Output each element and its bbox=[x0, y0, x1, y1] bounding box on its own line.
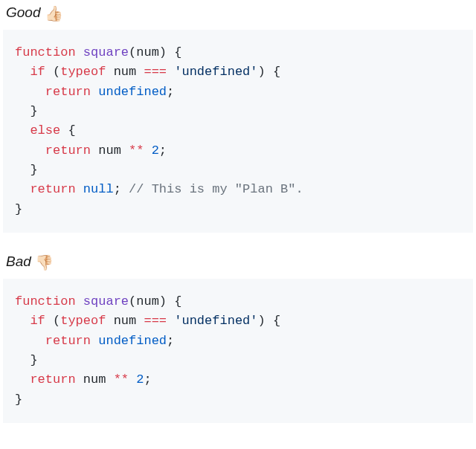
val-undefined: undefined bbox=[98, 85, 167, 99]
val-undefined: undefined bbox=[98, 334, 167, 348]
bad-label: Bad 👎🏻 bbox=[6, 253, 470, 271]
op-pow: ** bbox=[114, 372, 129, 387]
op-eq: === bbox=[144, 65, 167, 79]
fn-name: square bbox=[83, 294, 129, 309]
num-two: 2 bbox=[152, 143, 159, 158]
thumbs-up-icon: 👍🏻 bbox=[45, 5, 63, 22]
str-undef: 'undefined' bbox=[174, 314, 257, 328]
op-eq: === bbox=[144, 314, 167, 328]
kw-return: return bbox=[45, 85, 91, 99]
fn-name: square bbox=[83, 45, 129, 59]
kw-return: return bbox=[30, 182, 75, 196]
var-num: num bbox=[114, 314, 137, 328]
kw-return: return bbox=[30, 372, 75, 387]
var-num: num bbox=[83, 372, 106, 387]
kw-function: function bbox=[15, 45, 76, 59]
bad-code-block: function square(num) { if (typeof num ==… bbox=[3, 279, 473, 423]
val-null: null bbox=[83, 182, 114, 196]
var-num: num bbox=[98, 143, 121, 158]
good-label: Good 👍🏻 bbox=[6, 4, 470, 22]
str-undef: 'undefined' bbox=[174, 65, 257, 79]
kw-if: if bbox=[30, 314, 45, 328]
var-num: num bbox=[114, 65, 137, 79]
kw-if: if bbox=[30, 65, 45, 79]
thumbs-down-icon: 👎🏻 bbox=[35, 254, 54, 271]
good-label-text: Good bbox=[6, 4, 40, 20]
kw-typeof: typeof bbox=[60, 65, 106, 79]
op-pow: ** bbox=[129, 143, 144, 158]
param: num bbox=[136, 45, 159, 59]
bad-label-text: Bad bbox=[6, 253, 31, 269]
kw-typeof: typeof bbox=[60, 314, 106, 328]
param: num bbox=[136, 294, 159, 309]
kw-function: function bbox=[15, 294, 76, 309]
kw-return: return bbox=[45, 143, 91, 158]
comment: // This is my "Plan B". bbox=[129, 182, 303, 196]
good-code-block: function square(num) { if (typeof num ==… bbox=[3, 30, 473, 233]
kw-return: return bbox=[45, 334, 91, 348]
kw-else: else bbox=[30, 123, 60, 138]
num-two: 2 bbox=[136, 372, 144, 387]
